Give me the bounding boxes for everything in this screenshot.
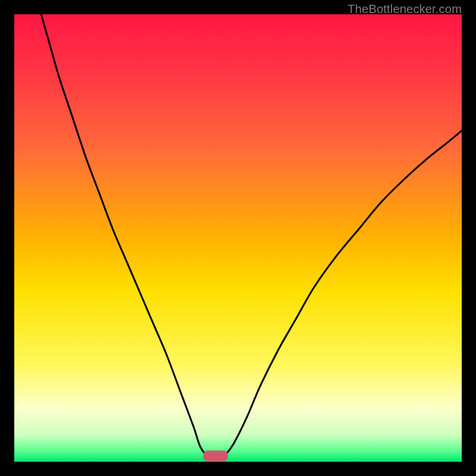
chart-background <box>14 14 462 462</box>
bottleneck-marker <box>203 450 228 461</box>
bottleneck-chart <box>14 14 462 462</box>
chart-frame <box>14 14 462 462</box>
